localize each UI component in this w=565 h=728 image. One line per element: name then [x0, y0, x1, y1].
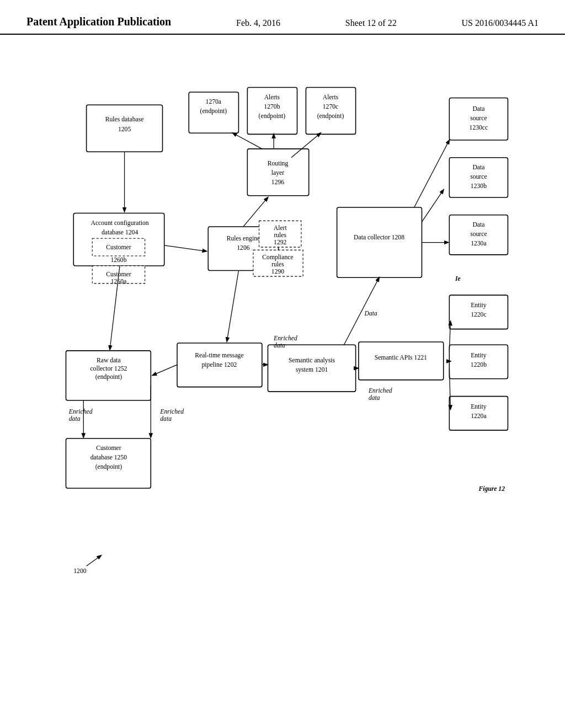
svg-text:Entity: Entity — [471, 403, 487, 410]
svg-text:1200: 1200 — [73, 568, 86, 575]
svg-text:1260b: 1260b — [110, 256, 126, 264]
svg-text:(endpoint): (endpoint) — [95, 373, 122, 381]
svg-text:Ie: Ie — [455, 275, 461, 282]
svg-text:1270c: 1270c — [323, 103, 339, 110]
diagram-area: text { font-family: 'Times New Roman', T… — [0, 35, 565, 708]
svg-text:(endpoint): (endpoint) — [259, 113, 286, 120]
svg-text:Data: Data — [364, 310, 377, 317]
svg-text:Data: Data — [472, 221, 485, 228]
svg-text:Compliance: Compliance — [262, 254, 293, 261]
svg-text:(endpoint): (endpoint) — [317, 113, 344, 120]
svg-text:Raw data: Raw data — [97, 357, 121, 364]
svg-text:1270b: 1270b — [264, 103, 280, 110]
svg-text:1230cc: 1230cc — [470, 124, 488, 131]
svg-text:1292: 1292 — [274, 239, 286, 246]
svg-text:1260a: 1260a — [111, 278, 127, 285]
svg-line-85 — [152, 365, 177, 375]
svg-text:collector 1252: collector 1252 — [90, 365, 127, 372]
svg-text:rules: rules — [271, 261, 284, 268]
svg-text:layer: layer — [271, 169, 284, 176]
svg-text:Data: Data — [472, 105, 485, 113]
svg-text:1296: 1296 — [271, 179, 284, 186]
svg-text:1220c: 1220c — [471, 311, 487, 318]
svg-text:Data: Data — [472, 164, 485, 171]
patent-diagram: text { font-family: 'Times New Roman', T… — [0, 35, 565, 708]
svg-text:Alert: Alert — [274, 224, 287, 232]
patent-number: US 2016/0034445 A1 — [461, 18, 539, 28]
svg-text:Enriched: Enriched — [368, 387, 392, 394]
svg-line-102 — [414, 140, 450, 207]
svg-line-81 — [233, 133, 262, 149]
svg-text:source: source — [470, 173, 487, 180]
svg-rect-47 — [337, 207, 422, 277]
svg-text:1270a: 1270a — [206, 98, 222, 105]
svg-text:Alerts: Alerts — [323, 94, 339, 101]
svg-text:(endpoint): (endpoint) — [200, 108, 227, 115]
svg-text:Customer: Customer — [96, 445, 121, 452]
svg-line-79 — [164, 245, 206, 251]
svg-text:pipeline 1202: pipeline 1202 — [202, 361, 237, 368]
svg-text:Entity: Entity — [471, 302, 487, 309]
svg-text:Real-time message: Real-time message — [195, 352, 243, 359]
svg-text:rules: rules — [274, 232, 286, 239]
svg-text:1206: 1206 — [237, 244, 249, 251]
svg-text:system 1201: system 1201 — [296, 366, 328, 373]
page-header: Patent Application Publication Feb. 4, 2… — [0, 0, 565, 35]
svg-text:1220b: 1220b — [471, 361, 487, 368]
svg-text:Semantic APIs 1221: Semantic APIs 1221 — [375, 354, 427, 361]
svg-text:data: data — [369, 394, 380, 402]
svg-text:Routing: Routing — [268, 160, 289, 167]
svg-line-84 — [227, 271, 238, 341]
svg-text:Account configuration: Account configuration — [90, 220, 148, 227]
svg-text:data: data — [274, 342, 285, 349]
svg-text:Enriched: Enriched — [159, 408, 184, 415]
svg-text:Semantic analysis: Semantic analysis — [289, 357, 335, 364]
svg-text:Customer: Customer — [106, 244, 131, 251]
publication-date: Feb. 4, 2016 — [236, 18, 280, 28]
svg-text:1230b: 1230b — [471, 183, 487, 190]
svg-text:Data collector 1208: Data collector 1208 — [354, 234, 404, 241]
svg-text:source: source — [470, 231, 487, 238]
svg-text:1290: 1290 — [271, 268, 284, 275]
publication-title: Patent Application Publication — [26, 15, 171, 28]
svg-text:Entity: Entity — [471, 352, 487, 359]
svg-text:source: source — [470, 115, 487, 122]
svg-text:Enriched: Enriched — [68, 408, 93, 415]
svg-text:Rules engine: Rules engine — [227, 235, 260, 242]
svg-text:Rules database: Rules database — [105, 116, 144, 123]
svg-text:1230a: 1230a — [471, 240, 487, 247]
svg-text:1205: 1205 — [118, 126, 131, 133]
sheet-info: Sheet 12 of 22 — [345, 18, 397, 28]
svg-text:database 1204: database 1204 — [102, 229, 138, 236]
svg-line-110 — [87, 555, 102, 566]
svg-text:data: data — [69, 415, 81, 422]
svg-text:Figure 12: Figure 12 — [478, 485, 505, 493]
svg-text:Enriched: Enriched — [273, 335, 297, 342]
svg-text:data: data — [160, 415, 172, 422]
svg-text:Alerts: Alerts — [264, 94, 280, 101]
svg-text:1220a: 1220a — [471, 413, 487, 420]
svg-text:(endpoint): (endpoint) — [95, 463, 122, 470]
svg-line-101 — [422, 190, 443, 222]
svg-text:database 1250: database 1250 — [90, 454, 127, 461]
